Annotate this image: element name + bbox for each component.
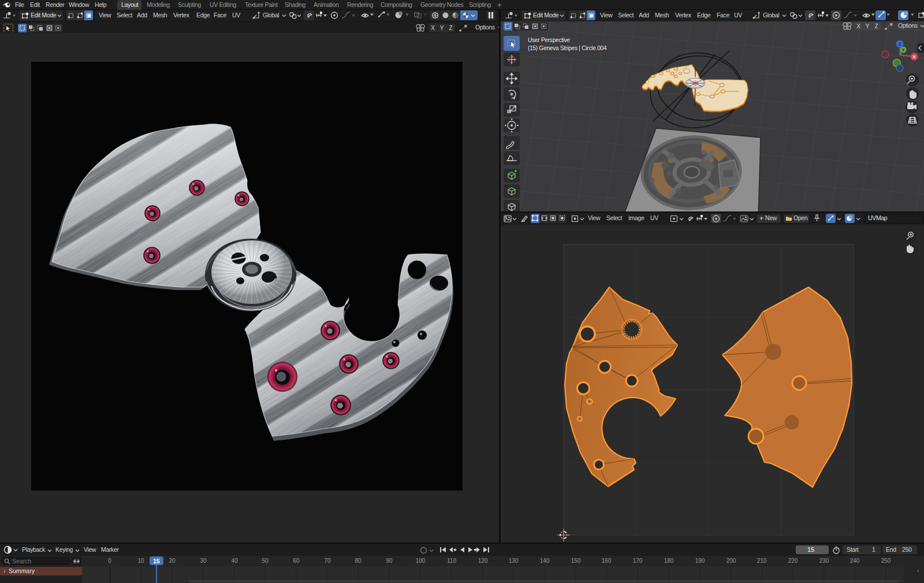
svg-text:Y: Y [901,47,905,53]
svg-text:Z: Z [899,42,901,47]
svg-text:X: X [912,54,916,60]
